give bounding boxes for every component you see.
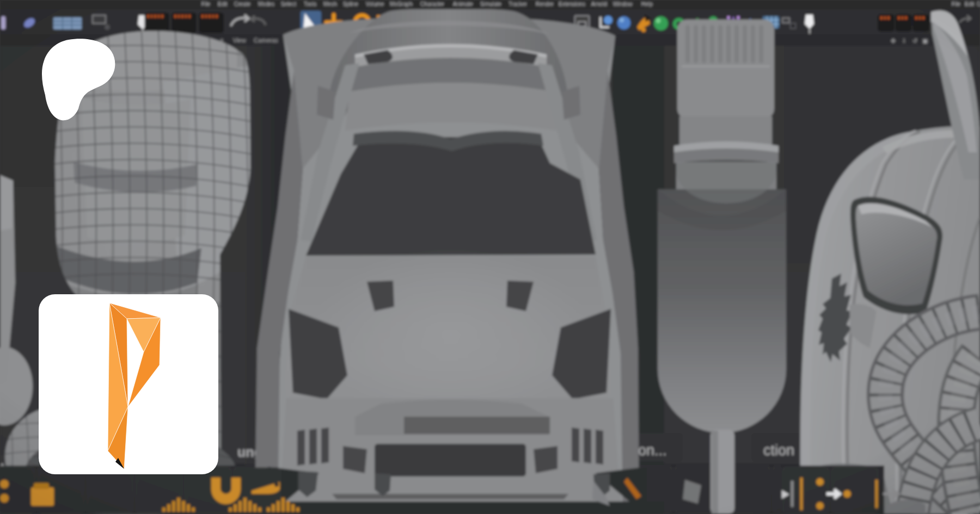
svg-text:Help: Help (641, 1, 653, 7)
svg-text:Edit: Edit (218, 1, 227, 7)
svg-text:Extensions: Extensions (559, 1, 585, 7)
svg-text:Edit: Edit (965, 1, 974, 7)
svg-text:Modes: Modes (258, 1, 274, 7)
svg-text:Select: Select (281, 1, 296, 7)
svg-text:Animate: Animate (453, 1, 473, 7)
svg-text:Window: Window (613, 1, 633, 7)
svg-text:Tracker: Tracker (509, 1, 527, 7)
svg-text:Simulate: Simulate (480, 1, 501, 7)
svg-text:Arnold: Arnold (591, 1, 607, 7)
svg-text:Cr: Cr (977, 1, 980, 7)
svg-text:File: File (952, 1, 961, 7)
svg-text:Spline: Spline (343, 1, 358, 7)
svg-text:Tools: Tools (304, 1, 316, 7)
svg-text:Render: Render (536, 1, 554, 7)
svg-text:Character: Character (420, 1, 445, 7)
svg-text:File: File (201, 1, 211, 7)
svg-text:Volume: Volume (366, 1, 384, 7)
svg-text:Create: Create (234, 1, 250, 7)
svg-text:MoGraph: MoGraph (390, 1, 413, 7)
svg-text:Mesh: Mesh (323, 1, 336, 7)
